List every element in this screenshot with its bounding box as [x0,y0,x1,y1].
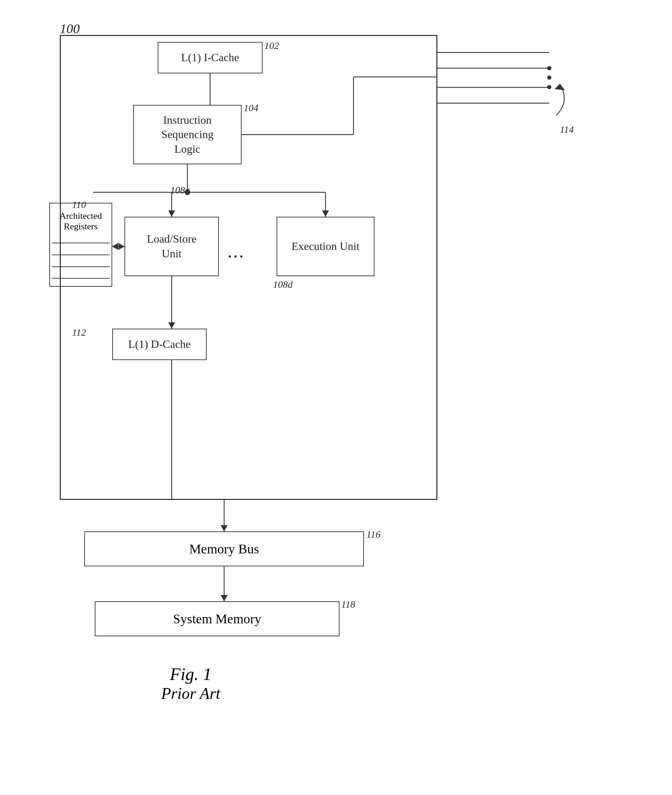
fig-caption: Fig. 1 Prior Art [161,664,220,703]
svg-point-24 [547,75,551,80]
page: 100 L(1) I-Cache 102 Instruction Sequenc… [0,0,672,795]
ar-line-2 [52,254,110,255]
isl-block: Instruction Sequencing Logic [133,105,242,164]
ar-line-4 [52,278,110,278]
lsu-block: Load/Store Unit [125,217,219,276]
ref-110: 110 [72,199,86,210]
processor-label: 100 [60,21,80,36]
ref-116: 116 [366,529,381,540]
svg-marker-16 [221,525,227,531]
sysmem-block: System Memory [95,601,339,636]
ar-line-1 [52,243,110,243]
ref-112: 112 [72,327,86,338]
ref-102: 102 [264,40,279,51]
fig-title: Fig. 1 [161,664,220,684]
icache-block: L(1) I-Cache [158,42,262,74]
ref-104: 104 [244,102,258,114]
ref-118: 118 [341,599,355,610]
eu-block: Execution Unit [277,217,374,276]
ref-108d: 108d [273,279,293,290]
membus-block: Memory Bus [84,531,364,566]
ar-line-3 [52,266,110,267]
ref-114: 114 [560,124,574,135]
ar-block: Architected Registers [49,203,112,287]
svg-point-25 [547,85,551,89]
fig-subtitle: Prior Art [161,684,220,703]
svg-marker-18 [221,595,227,601]
ellipsis-dots: ... [227,241,245,261]
diagram-area: 100 L(1) I-Cache 102 Instruction Sequenc… [39,14,633,748]
svg-marker-26 [555,84,565,90]
svg-point-23 [547,66,551,70]
dcache-block: L(1) D-Cache [112,329,206,360]
ref-108a: 108a [170,185,190,196]
